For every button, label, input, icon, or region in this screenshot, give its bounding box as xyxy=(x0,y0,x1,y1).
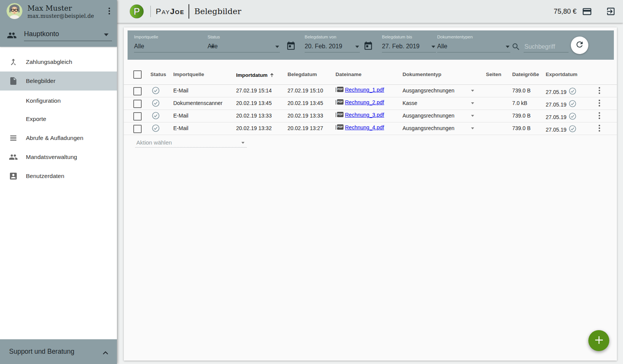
pdf-icon: PDF xyxy=(335,124,343,130)
content: Importquelle Alle Status Alle Belegdatum… xyxy=(117,23,623,364)
check-circle-icon xyxy=(569,112,577,122)
chevron-down-icon xyxy=(241,142,244,144)
file-link[interactable]: Rechnung_3.pdf xyxy=(345,112,384,118)
refresh-icon xyxy=(575,40,584,51)
cell-belegdatum: 20.02.19 13:45 xyxy=(288,100,323,106)
col-belegdatum: Belegdatum xyxy=(288,72,317,77)
people-icon xyxy=(9,153,18,162)
kebab-menu-icon[interactable] xyxy=(109,8,110,16)
lines-icon xyxy=(9,134,18,143)
search-field xyxy=(524,38,569,52)
cell-dateigroesse: 739.0 B xyxy=(512,125,530,131)
search-input[interactable] xyxy=(524,43,570,51)
cell-dateigroesse: 7.0 kB xyxy=(512,100,527,106)
doctype-select[interactable]: Ausgangsrechnungen xyxy=(403,113,454,119)
credit-card-icon[interactable] xyxy=(582,6,592,17)
pdf-icon: PDF xyxy=(335,99,343,105)
user-name: Max Muster xyxy=(27,4,72,12)
cell-importquelle: E-Mail xyxy=(173,113,188,119)
chevron-down-icon[interactable] xyxy=(471,115,474,117)
row-menu-icon[interactable] xyxy=(597,112,602,121)
sidebar-item-mandatsverwaltung[interactable]: Mandatsverwaltung xyxy=(0,148,117,167)
filter-belegdatum-von[interactable]: Belegdatum von 20. Feb. 2019 xyxy=(305,34,360,52)
table-row: E-Mail 27.02.19 15:14 27.02.19 15:10 PDF… xyxy=(124,84,617,97)
chevron-down-icon[interactable] xyxy=(471,127,474,129)
user-panel: Max Muster max.muster@beispiel.de Hauptk… xyxy=(0,0,117,47)
table-header: Status Importquelle Importdatum Belegdat… xyxy=(124,64,617,85)
table-row: E-Mail 20.02.19 13:32 20.02.19 13:27 PDF… xyxy=(124,122,617,135)
sidebar-item-abrufe[interactable]: Abrufe & Aufladungen xyxy=(0,129,117,148)
doctype-select[interactable]: Ausgangsrechnungen xyxy=(403,87,454,94)
document-icon xyxy=(9,76,18,86)
doctype-select[interactable]: Ausgangsrechnungen xyxy=(403,125,454,131)
calendar-icon[interactable] xyxy=(286,41,296,52)
check-circle-icon xyxy=(152,99,160,109)
row-checkbox[interactable] xyxy=(133,125,142,133)
col-importquelle: Importquelle xyxy=(173,72,204,77)
check-circle-icon xyxy=(569,125,577,134)
page-title: Belegbilder xyxy=(194,7,241,16)
file-link[interactable]: Rechnung_2.pdf xyxy=(345,99,384,105)
row-checkbox[interactable] xyxy=(133,100,142,108)
account-label: Hauptkonto xyxy=(24,30,59,38)
row-checkbox[interactable] xyxy=(133,112,142,121)
table-row: E-Mail 20.02.19 13:33 20.02.19 13:33 PDF… xyxy=(124,110,617,122)
doctype-select[interactable]: Kasse xyxy=(403,100,417,106)
chevron-down-icon[interactable] xyxy=(471,102,474,104)
account-select[interactable]: Hauptkonto xyxy=(0,28,117,43)
logout-icon[interactable] xyxy=(606,6,616,16)
cell-dateigroesse: 739.0 B xyxy=(512,113,530,119)
check-circle-icon xyxy=(569,87,577,97)
chevron-down-icon xyxy=(275,46,279,48)
search-icon xyxy=(511,42,521,53)
payjoe-logo-icon: P xyxy=(129,4,144,19)
cell-exportdatum: 27.05.19 xyxy=(546,112,577,122)
sidebar-item-konfiguration[interactable]: Konfiguration xyxy=(0,91,117,110)
row-menu-icon[interactable] xyxy=(597,87,602,95)
check-circle-icon xyxy=(152,86,160,96)
app: Max Muster max.muster@beispiel.de Hauptk… xyxy=(0,0,623,364)
chevron-down-icon xyxy=(431,46,435,48)
cell-importdatum: 20.02.19 13:32 xyxy=(236,125,272,131)
cell-belegdatum: 27.02.19 15:10 xyxy=(288,87,323,94)
chevron-down-icon xyxy=(506,46,510,48)
cell-exportdatum: 27.05.19 xyxy=(546,100,577,109)
file-link[interactable]: Rechnung_1.pdf xyxy=(345,87,384,93)
add-button[interactable] xyxy=(588,330,609,351)
chevron-down-icon xyxy=(355,46,359,48)
cell-exportdatum: 27.05.19 xyxy=(546,125,577,134)
cell-importquelle: Dokumentenscanner xyxy=(173,100,222,106)
support-label: Support und Beratung xyxy=(9,348,74,356)
col-importdatum-sort[interactable]: Importdatum xyxy=(236,72,275,78)
col-dateigroesse: Dateigröße xyxy=(512,72,539,77)
filter-belegdatum-bis[interactable]: Belegdatum bis 27. Feb. 2019 xyxy=(382,34,436,52)
action-select[interactable]: Aktion wählen xyxy=(135,138,247,148)
support-toggle[interactable]: Support und Beratung xyxy=(0,339,117,364)
chevron-up-icon xyxy=(102,350,109,356)
sidebar-item-belegbilder[interactable]: Belegbilder xyxy=(0,72,117,91)
row-checkbox[interactable] xyxy=(133,87,142,95)
col-seiten: Seiten xyxy=(486,72,502,77)
sidebar-item-zahlungsabgleich[interactable]: Zahlungsabgleich xyxy=(0,52,117,72)
filter-importquelle[interactable]: Importquelle Alle xyxy=(134,34,215,52)
filter-dokumententypen[interactable]: Dokumententypen Alle xyxy=(437,34,510,52)
row-menu-icon[interactable] xyxy=(597,100,602,108)
select-all-checkbox[interactable] xyxy=(133,70,142,79)
check-circle-icon xyxy=(569,100,577,109)
file-link[interactable]: Rechnung_4.pdf xyxy=(345,124,384,130)
refresh-button[interactable] xyxy=(571,37,588,54)
user-email: max.muster@beispiel.de xyxy=(27,13,94,19)
calendar-icon[interactable] xyxy=(363,41,373,52)
filter-status[interactable]: Status Alle xyxy=(208,34,280,52)
cell-importquelle: E-Mail xyxy=(173,87,188,94)
check-circle-icon xyxy=(152,111,160,121)
sidebar-item-exporte[interactable]: Exporte xyxy=(0,110,117,129)
sidebar-item-benutzerdaten[interactable]: Benutzerdaten xyxy=(0,167,117,186)
row-menu-icon[interactable] xyxy=(597,125,602,133)
col-exportdatum: Exportdatum xyxy=(546,72,577,77)
table-row: Dokumentenscanner 20.02.19 13:45 20.02.1… xyxy=(124,97,617,110)
col-dateiname: Dateiname xyxy=(335,72,361,77)
chevron-down-icon[interactable] xyxy=(471,90,474,92)
plus-icon xyxy=(594,335,604,347)
cell-importdatum: 20.02.19 13:45 xyxy=(236,100,272,106)
